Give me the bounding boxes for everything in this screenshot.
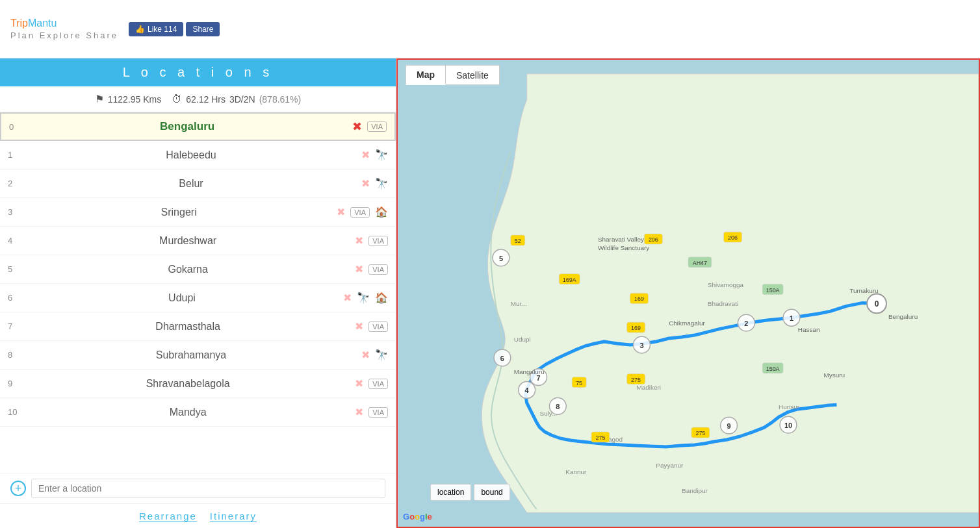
fb-share-button[interactable]: Share bbox=[186, 22, 220, 36]
left-panel: L o c a t i o n s ⚑ 1122.95 Kms ⏱ 62.12 … bbox=[0, 58, 396, 528]
days-value: 3D/2N bbox=[229, 94, 255, 105]
loc-actions-0: ✖ VIA bbox=[352, 121, 387, 132]
svg-point-3 bbox=[783, 309, 800, 326]
svg-text:Bandipur: Bandipur bbox=[682, 487, 708, 494]
delete-btn-3[interactable]: ✖ bbox=[337, 206, 345, 218]
svg-rect-64 bbox=[591, 432, 610, 442]
delete-btn-4[interactable]: ✖ bbox=[355, 234, 363, 247]
loc-name-5: Gokarna bbox=[21, 264, 355, 275]
svg-text:Udupi: Udupi bbox=[514, 336, 531, 343]
header: TripMantu Plan Explore Share 👍 Like 114 … bbox=[0, 0, 980, 58]
fb-like-button[interactable]: 👍 Like 114 bbox=[129, 22, 183, 36]
svg-point-19 bbox=[721, 417, 738, 434]
svg-point-9 bbox=[519, 382, 535, 399]
percent-value: (878.61%) bbox=[259, 94, 302, 105]
svg-rect-60 bbox=[572, 377, 586, 388]
delete-btn-0[interactable]: ✖ bbox=[352, 121, 362, 132]
delete-btn-6[interactable]: ✖ bbox=[343, 292, 352, 304]
itinerary-button[interactable]: Itinerary bbox=[210, 510, 257, 522]
logo-tagline: Plan Explore Share bbox=[10, 31, 118, 40]
svg-rect-48 bbox=[630, 294, 649, 304]
fb-buttons: 👍 Like 114 Share bbox=[129, 22, 220, 36]
delete-btn-9[interactable]: ✖ bbox=[355, 377, 363, 390]
satellite-tab-button[interactable]: Satellite bbox=[446, 65, 500, 85]
delete-btn-1[interactable]: ✖ bbox=[361, 149, 370, 161]
svg-text:2: 2 bbox=[744, 320, 748, 327]
location-row-0: 0 Bengaluru ✖ VIA bbox=[0, 112, 396, 141]
loc-actions-7: ✖ VIA bbox=[355, 320, 388, 333]
rearrange-button[interactable]: Rearrange bbox=[139, 510, 197, 522]
svg-text:169: 169 bbox=[634, 295, 644, 302]
via-badge-7: VIA bbox=[368, 321, 388, 332]
location-row-2: 2 Belur ✖ 🔭 bbox=[0, 170, 396, 198]
loc-name-4: Murdeshwar bbox=[21, 235, 355, 247]
svg-text:169: 169 bbox=[631, 325, 641, 331]
map-panel: Map Satellite 0 1 bbox=[396, 58, 980, 528]
svg-text:275: 275 bbox=[631, 377, 641, 383]
location-input[interactable] bbox=[31, 479, 385, 498]
add-location-button[interactable]: + bbox=[10, 481, 26, 496]
map-tab-button[interactable]: Map bbox=[406, 65, 446, 85]
svg-point-1 bbox=[867, 294, 886, 313]
via-badge-10: VIA bbox=[368, 407, 388, 418]
location-row-10: 10 Mandya ✖ VIA bbox=[0, 398, 396, 427]
house-icon-6: 🏠 bbox=[375, 292, 388, 304]
svg-text:Bhadravati: Bhadravati bbox=[708, 300, 738, 307]
trip-stats: ⚑ 1122.95 Kms ⏱ 62.12 Hrs 3D/2N (878.61%… bbox=[0, 86, 396, 112]
loc-num-3: 3 bbox=[8, 207, 21, 217]
loc-num-4: 4 bbox=[8, 236, 21, 245]
delete-btn-7[interactable]: ✖ bbox=[355, 320, 363, 333]
svg-point-17 bbox=[549, 397, 566, 414]
loc-num-6: 6 bbox=[8, 293, 21, 303]
svg-text:3: 3 bbox=[639, 342, 643, 349]
svg-text:Chikmagalur: Chikmagalur bbox=[669, 320, 705, 327]
location-overlay-button[interactable]: location bbox=[430, 484, 471, 501]
logo-trip: Trip bbox=[10, 18, 28, 29]
svg-text:AH47: AH47 bbox=[693, 260, 707, 266]
svg-text:Payyanur: Payyanur bbox=[656, 462, 684, 469]
svg-rect-54 bbox=[688, 257, 712, 268]
svg-rect-42 bbox=[724, 232, 742, 242]
binoculars-icon-2: 🔭 bbox=[375, 177, 388, 190]
svg-rect-56 bbox=[762, 284, 783, 295]
svg-text:Sharavati Valley: Sharavati Valley bbox=[598, 236, 644, 243]
delete-btn-10[interactable]: ✖ bbox=[355, 406, 363, 418]
loc-name-3: Sringeri bbox=[21, 207, 337, 218]
distance-icon: ⚑ bbox=[95, 93, 104, 105]
loc-num-8: 8 bbox=[8, 350, 21, 360]
distance-stat: ⚑ 1122.95 Kms bbox=[95, 93, 162, 105]
logo-mantu: Mantu bbox=[28, 18, 57, 29]
svg-text:1: 1 bbox=[790, 314, 793, 322]
loc-name-10: Mandya bbox=[21, 407, 355, 418]
bound-overlay-button[interactable]: bound bbox=[474, 484, 509, 501]
svg-point-7 bbox=[634, 336, 651, 353]
map-svg: 0 1 2 3 4 5 6 bbox=[398, 60, 979, 527]
delete-btn-2[interactable]: ✖ bbox=[361, 177, 370, 190]
locations-header: L o c a t i o n s bbox=[0, 58, 396, 86]
svg-text:275: 275 bbox=[695, 430, 705, 436]
via-badge-3: VIA bbox=[350, 207, 370, 218]
svg-text:150A: 150A bbox=[766, 287, 780, 294]
svg-point-13 bbox=[494, 349, 511, 366]
map-controls: Map Satellite bbox=[406, 65, 500, 85]
loc-actions-10: ✖ VIA bbox=[355, 406, 388, 418]
location-row-5: 5 Gokarna ✖ VIA bbox=[0, 255, 396, 284]
svg-text:275: 275 bbox=[595, 434, 605, 441]
loc-actions-5: ✖ VIA bbox=[355, 263, 388, 275]
delete-btn-8[interactable]: ✖ bbox=[361, 349, 370, 361]
google-logo: Google bbox=[403, 512, 432, 522]
loc-num-9: 9 bbox=[8, 379, 21, 388]
loc-name-0: Bengaluru bbox=[22, 120, 352, 133]
svg-point-5 bbox=[738, 314, 754, 331]
svg-text:Hassan: Hassan bbox=[798, 326, 820, 333]
svg-text:Bengaluru: Bengaluru bbox=[888, 313, 918, 320]
loc-actions-3: ✖ VIA 🏠 bbox=[337, 206, 388, 218]
location-row-8: 8 Subrahamanya ✖ 🔭 bbox=[0, 341, 396, 370]
svg-text:4: 4 bbox=[525, 386, 529, 394]
svg-text:Kasaragod: Kasaragod bbox=[591, 436, 623, 443]
clock-icon: ⏱ bbox=[172, 94, 182, 105]
loc-name-7: Dharmasthala bbox=[21, 321, 355, 333]
distance-value: 1122.95 Kms bbox=[108, 94, 162, 105]
delete-btn-5[interactable]: ✖ bbox=[355, 263, 363, 275]
svg-rect-0 bbox=[398, 74, 979, 512]
